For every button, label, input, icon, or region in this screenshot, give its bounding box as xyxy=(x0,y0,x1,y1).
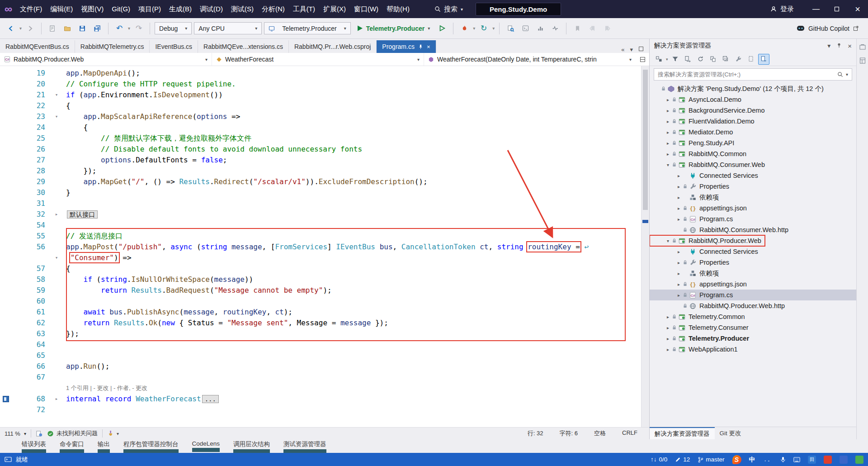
tree-item[interactable]: ▸Mediator.Demo xyxy=(650,127,856,138)
switch-views-caret[interactable]: ▾ xyxy=(666,57,668,62)
breakpoint-margin[interactable] xyxy=(0,187,12,198)
tree-item[interactable]: ▸WebApplication1 xyxy=(650,344,856,355)
new-project-button[interactable] xyxy=(46,22,59,35)
tree-expand-icon[interactable]: ▸ xyxy=(664,336,672,341)
breakpoint-margin[interactable] xyxy=(0,361,12,372)
tree-item[interactable]: ▸Telemetry.Producer xyxy=(650,333,856,344)
tree-item[interactable]: ▸Peng.Study.API xyxy=(650,138,856,148)
tree-expand-icon[interactable]: ▸ xyxy=(664,141,672,146)
fold-toggle[interactable]: ▾ xyxy=(51,111,62,122)
tree-item[interactable]: ▸AsyncLocal.Demo xyxy=(650,94,856,105)
tree-item[interactable]: ▸Program.cs xyxy=(650,290,856,300)
tree-expand-icon[interactable]: ▸ xyxy=(675,217,683,222)
panel-tab[interactable]: Git 更改 xyxy=(715,427,746,439)
collapse-all-icon[interactable] xyxy=(720,54,731,65)
bottom-panel-tab[interactable]: 程序包管理器控制台 xyxy=(123,440,179,453)
tree-expand-icon[interactable]: ▸ xyxy=(664,314,672,319)
tree-item[interactable]: ▾RabbitMQ.Producer.Web xyxy=(650,235,765,246)
breakpoint-margin[interactable] xyxy=(0,328,12,339)
breakpoint-margin[interactable] xyxy=(0,296,12,307)
restart-button[interactable]: ↻ xyxy=(477,22,490,35)
save-button[interactable] xyxy=(76,22,89,35)
tree-item[interactable]: ▸Telemetry.Consumer xyxy=(650,322,856,333)
breakpoint-margin[interactable] xyxy=(0,318,12,328)
search-options-caret[interactable]: ▾ xyxy=(846,72,848,77)
tree-expand-icon[interactable]: ▸ xyxy=(675,249,683,254)
project-dropdown[interactable]: RabbitMQ.Producer.Web ▾ xyxy=(0,53,212,66)
performance-profiler-button[interactable] xyxy=(534,22,547,35)
undo-caret[interactable]: ▾ xyxy=(128,26,130,31)
breakpoint-margin[interactable] xyxy=(0,231,12,242)
tree-expand-icon[interactable]: ▸ xyxy=(664,325,672,330)
ime-mode-indicator[interactable]: 中 xyxy=(749,456,755,464)
tree-item[interactable]: ▸Properties xyxy=(650,181,856,192)
tree-expand-icon[interactable]: ▸ xyxy=(675,184,683,189)
startup-profile-dropdown[interactable]: Telemetry.Producer▾ xyxy=(264,22,350,34)
tray-green-app-icon[interactable] xyxy=(855,456,863,464)
bookmark-previous-button[interactable] xyxy=(586,22,599,35)
close-button[interactable]: × xyxy=(847,0,868,18)
bottom-panel-tab[interactable]: 命令窗口 xyxy=(60,440,84,453)
menu-item[interactable]: 编辑(E) xyxy=(46,3,77,16)
breakpoint-margin[interactable] xyxy=(0,242,12,252)
sign-in-button[interactable]: 登录 xyxy=(770,5,794,14)
mic-icon[interactable] xyxy=(780,456,786,463)
tree-item[interactable]: ▸Connected Services xyxy=(650,246,856,257)
tree-expand-icon[interactable]: ▸ xyxy=(664,108,672,113)
git-branch-button[interactable]: master xyxy=(698,456,724,463)
tree-item[interactable]: ▸FluentValidation.Demo xyxy=(650,116,856,127)
show-all-files-icon[interactable] xyxy=(745,54,757,65)
bottom-panel-tab[interactable]: 测试资源管理器 xyxy=(283,440,326,453)
bottom-panel-tab[interactable]: 输出 xyxy=(98,440,110,453)
breakpoint-margin[interactable] xyxy=(0,394,12,404)
zoom-level-select[interactable]: 111 % ▾ xyxy=(5,430,26,437)
breakpoint-margin[interactable] xyxy=(0,285,12,296)
tree-expand-icon[interactable]: ▸ xyxy=(664,347,672,352)
breakpoint-margin[interactable] xyxy=(0,166,12,176)
menu-item[interactable]: 分析(N) xyxy=(258,3,289,16)
start-debugging-button[interactable]: Telemetry.Producer ▾ xyxy=(353,22,434,35)
tree-expand-icon[interactable]: ▸ xyxy=(664,152,672,157)
ime-punctuation-icon[interactable]: ，。 xyxy=(763,456,773,463)
menu-item[interactable]: 帮助(H) xyxy=(382,3,414,16)
tree-item[interactable]: 解决方案 'Peng.Study.Demo' (12 个项目, 共 12 个) xyxy=(650,83,856,94)
close-tab-icon[interactable]: × xyxy=(427,43,430,50)
panel-tab[interactable]: 解决方案资源管理器 xyxy=(650,427,715,439)
solution-name-badge[interactable]: Peng.Study.Demo xyxy=(476,3,561,16)
menu-item[interactable]: 项目(P) xyxy=(134,3,165,16)
tree-item[interactable]: ▸Connected Services xyxy=(650,170,856,181)
switch-views-icon[interactable] xyxy=(653,54,665,65)
tree-expand-icon[interactable]: ▸ xyxy=(675,260,683,265)
breakpoint-margin[interactable] xyxy=(0,350,12,361)
properties-vertical-tab-icon[interactable] xyxy=(859,57,866,64)
breakpoint-margin[interactable] xyxy=(0,79,12,90)
tree-item[interactable]: RabbitMQ.Consumer.Web.http xyxy=(650,224,856,235)
document-health-icon[interactable] xyxy=(36,430,42,437)
type-dropdown[interactable]: WeatherForecast ▾ xyxy=(212,53,424,66)
document-tab[interactable]: IEventBus.cs xyxy=(150,40,198,53)
float-window-icon[interactable] xyxy=(638,46,644,53)
tree-expand-icon[interactable]: ▸ xyxy=(675,293,683,298)
member-dropdown[interactable]: WeatherForecast(DateOnly Date, int Tempe… xyxy=(424,53,636,66)
nest-files-icon[interactable] xyxy=(708,54,719,65)
navigate-back-caret[interactable]: ▾ xyxy=(19,26,22,31)
pin-icon[interactable] xyxy=(418,44,423,49)
navigate-back-button[interactable] xyxy=(5,22,17,35)
bottom-panel-tab[interactable]: CodeLens xyxy=(192,440,220,452)
breakpoint-margin[interactable] xyxy=(0,100,12,111)
close-panel-icon[interactable]: × xyxy=(848,42,852,50)
sync-with-active-document-icon[interactable] xyxy=(682,54,693,65)
bookmark-toggle-button[interactable] xyxy=(571,22,584,35)
breakpoint-margin[interactable] xyxy=(0,176,12,187)
breakpoint-margin[interactable] xyxy=(0,372,12,383)
toolbox-vertical-tab-icon[interactable] xyxy=(859,43,866,51)
restart-caret[interactable]: ▾ xyxy=(492,26,495,31)
tree-expand-icon[interactable]: ▸ xyxy=(675,271,683,276)
git-sync-button[interactable]: ↑↓0/0 xyxy=(651,456,667,463)
tray-blue-app-icon[interactable] xyxy=(840,456,848,464)
code-cleanup-button[interactable]: ▾ xyxy=(107,430,119,437)
pin-panel-icon[interactable] xyxy=(836,42,842,49)
line-ending-indicator[interactable]: CRLF xyxy=(622,429,637,437)
quick-search-dropdown[interactable]: 搜索 ▾ xyxy=(434,5,463,14)
find-in-files-button[interactable] xyxy=(504,22,517,35)
